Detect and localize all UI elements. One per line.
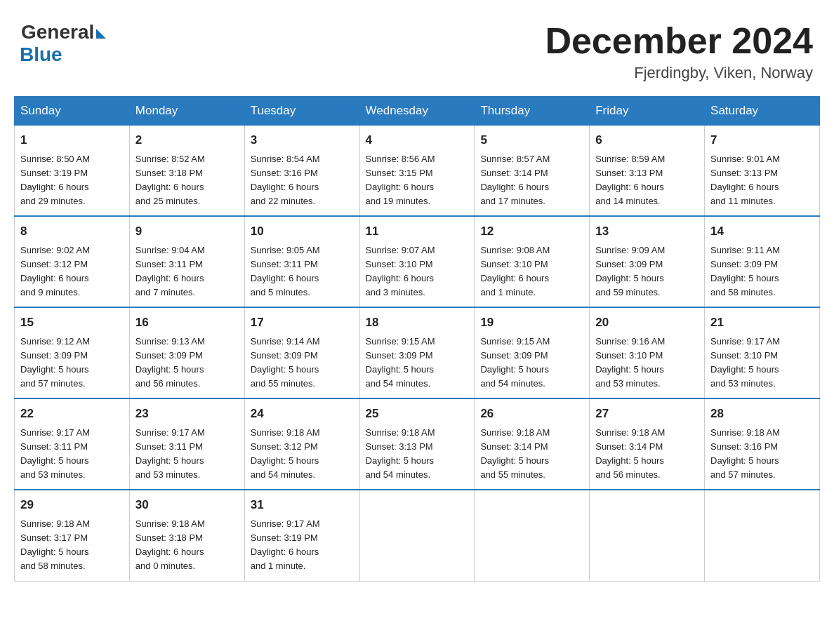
- day-number: 23: [135, 405, 239, 423]
- weekday-header-saturday: Saturday: [705, 97, 820, 126]
- day-info: Sunrise: 9:17 AMSunset: 3:19 PMDaylight:…: [251, 517, 354, 574]
- weekday-header-thursday: Thursday: [475, 97, 590, 126]
- calendar-cell: 23Sunrise: 9:17 AMSunset: 3:11 PMDayligh…: [129, 398, 244, 490]
- calendar-cell: 24Sunrise: 9:18 AMSunset: 3:12 PMDayligh…: [244, 398, 359, 490]
- day-info: Sunrise: 9:18 AMSunset: 3:17 PMDaylight:…: [20, 517, 124, 574]
- logo: General Blue: [21, 21, 106, 66]
- day-info: Sunrise: 9:12 AMSunset: 3:09 PMDaylight:…: [20, 335, 124, 391]
- logo-general-text: General: [21, 21, 94, 43]
- calendar-cell: 3Sunrise: 8:54 AMSunset: 3:16 PMDaylight…: [244, 126, 359, 217]
- day-info: Sunrise: 9:08 AMSunset: 3:10 PMDaylight:…: [480, 243, 583, 300]
- calendar-cell: 31Sunrise: 9:17 AMSunset: 3:19 PMDayligh…: [244, 490, 359, 581]
- day-number: 19: [480, 314, 583, 332]
- day-info: Sunrise: 9:04 AMSunset: 3:11 PMDaylight:…: [135, 243, 239, 300]
- day-number: 28: [710, 405, 814, 423]
- calendar-cell: 16Sunrise: 9:13 AMSunset: 3:09 PMDayligh…: [129, 307, 244, 398]
- calendar-cell: 27Sunrise: 9:18 AMSunset: 3:14 PMDayligh…: [590, 398, 705, 490]
- day-number: 29: [20, 496, 124, 514]
- month-title: December 2024: [545, 21, 813, 61]
- calendar-cell: 8Sunrise: 9:02 AMSunset: 3:12 PMDaylight…: [15, 216, 130, 307]
- day-number: 30: [135, 496, 239, 514]
- weekday-header-sunday: Sunday: [15, 97, 130, 126]
- day-info: Sunrise: 9:18 AMSunset: 3:18 PMDaylight:…: [135, 517, 239, 574]
- weekday-header-row: SundayMondayTuesdayWednesdayThursdayFrid…: [15, 97, 820, 126]
- weekday-header-friday: Friday: [590, 97, 705, 126]
- calendar-cell: 29Sunrise: 9:18 AMSunset: 3:17 PMDayligh…: [15, 490, 130, 581]
- day-number: 24: [251, 405, 354, 423]
- calendar-cell: 10Sunrise: 9:05 AMSunset: 3:11 PMDayligh…: [244, 216, 359, 307]
- day-number: 5: [480, 131, 583, 149]
- day-info: Sunrise: 8:59 AMSunset: 3:13 PMDaylight:…: [595, 152, 699, 209]
- logo-triangle-icon: [96, 29, 106, 39]
- day-number: 20: [595, 314, 699, 332]
- day-info: Sunrise: 9:18 AMSunset: 3:13 PMDaylight:…: [366, 426, 469, 483]
- day-number: 25: [366, 405, 469, 423]
- day-info: Sunrise: 9:18 AMSunset: 3:16 PMDaylight:…: [710, 426, 814, 483]
- day-number: 1: [20, 131, 124, 149]
- day-info: Sunrise: 8:56 AMSunset: 3:15 PMDaylight:…: [366, 152, 469, 209]
- calendar-cell: 5Sunrise: 8:57 AMSunset: 3:14 PMDaylight…: [475, 126, 590, 217]
- logo-blue-text: Blue: [20, 43, 106, 66]
- calendar-cell: 13Sunrise: 9:09 AMSunset: 3:09 PMDayligh…: [590, 216, 705, 307]
- day-info: Sunrise: 9:01 AMSunset: 3:13 PMDaylight:…: [710, 152, 814, 209]
- day-info: Sunrise: 9:16 AMSunset: 3:10 PMDaylight:…: [595, 335, 699, 391]
- calendar-cell: 11Sunrise: 9:07 AMSunset: 3:10 PMDayligh…: [359, 216, 475, 307]
- day-number: 27: [595, 405, 699, 423]
- calendar-cell: [590, 490, 705, 581]
- day-number: 21: [710, 314, 814, 332]
- calendar-cell: 18Sunrise: 9:15 AMSunset: 3:09 PMDayligh…: [359, 307, 475, 398]
- calendar-cell: 21Sunrise: 9:17 AMSunset: 3:10 PMDayligh…: [705, 307, 820, 398]
- calendar-cell: 6Sunrise: 8:59 AMSunset: 3:13 PMDaylight…: [590, 126, 705, 217]
- day-info: Sunrise: 9:07 AMSunset: 3:10 PMDaylight:…: [366, 243, 469, 300]
- day-info: Sunrise: 9:18 AMSunset: 3:14 PMDaylight:…: [480, 426, 583, 483]
- day-number: 14: [710, 222, 814, 241]
- day-info: Sunrise: 9:14 AMSunset: 3:09 PMDaylight:…: [251, 335, 354, 391]
- weekday-header-monday: Monday: [129, 97, 244, 126]
- calendar-cell: [705, 490, 820, 581]
- calendar-cell: 17Sunrise: 9:14 AMSunset: 3:09 PMDayligh…: [244, 307, 359, 398]
- day-number: 6: [595, 131, 699, 149]
- calendar-cell: [359, 490, 475, 581]
- day-info: Sunrise: 9:17 AMSunset: 3:10 PMDaylight:…: [710, 335, 814, 391]
- day-info: Sunrise: 8:52 AMSunset: 3:18 PMDaylight:…: [135, 152, 239, 209]
- calendar-cell: 20Sunrise: 9:16 AMSunset: 3:10 PMDayligh…: [590, 307, 705, 398]
- day-number: 17: [251, 314, 354, 332]
- day-number: 3: [251, 131, 354, 149]
- day-info: Sunrise: 9:18 AMSunset: 3:12 PMDaylight:…: [251, 426, 354, 483]
- weekday-header-wednesday: Wednesday: [359, 97, 475, 126]
- calendar-cell: [475, 490, 590, 581]
- day-number: 4: [366, 131, 469, 149]
- day-info: Sunrise: 9:13 AMSunset: 3:09 PMDaylight:…: [135, 335, 239, 391]
- day-number: 9: [135, 222, 239, 241]
- day-info: Sunrise: 9:17 AMSunset: 3:11 PMDaylight:…: [20, 426, 124, 483]
- day-number: 18: [366, 314, 469, 332]
- week-row-5: 29Sunrise: 9:18 AMSunset: 3:17 PMDayligh…: [15, 490, 820, 581]
- day-number: 16: [135, 314, 239, 332]
- day-number: 11: [366, 222, 469, 241]
- calendar-cell: 1Sunrise: 8:50 AMSunset: 3:19 PMDaylight…: [15, 126, 130, 217]
- calendar-cell: 28Sunrise: 9:18 AMSunset: 3:16 PMDayligh…: [705, 398, 820, 490]
- day-number: 8: [20, 222, 124, 241]
- day-info: Sunrise: 9:15 AMSunset: 3:09 PMDaylight:…: [366, 335, 469, 391]
- day-info: Sunrise: 9:11 AMSunset: 3:09 PMDaylight:…: [710, 243, 814, 300]
- day-number: 7: [710, 131, 814, 149]
- day-info: Sunrise: 9:05 AMSunset: 3:11 PMDaylight:…: [251, 243, 354, 300]
- calendar-cell: 4Sunrise: 8:56 AMSunset: 3:15 PMDaylight…: [359, 126, 475, 217]
- day-info: Sunrise: 8:50 AMSunset: 3:19 PMDaylight:…: [20, 152, 124, 209]
- day-number: 2: [135, 131, 239, 149]
- day-number: 10: [251, 222, 354, 241]
- day-info: Sunrise: 9:17 AMSunset: 3:11 PMDaylight:…: [135, 426, 239, 483]
- day-info: Sunrise: 9:02 AMSunset: 3:12 PMDaylight:…: [20, 243, 124, 300]
- day-info: Sunrise: 9:15 AMSunset: 3:09 PMDaylight:…: [480, 335, 583, 391]
- week-row-3: 15Sunrise: 9:12 AMSunset: 3:09 PMDayligh…: [15, 307, 820, 398]
- calendar-cell: 14Sunrise: 9:11 AMSunset: 3:09 PMDayligh…: [705, 216, 820, 307]
- weekday-header-tuesday: Tuesday: [244, 97, 359, 126]
- week-row-4: 22Sunrise: 9:17 AMSunset: 3:11 PMDayligh…: [15, 398, 820, 490]
- day-info: Sunrise: 8:57 AMSunset: 3:14 PMDaylight:…: [480, 152, 583, 209]
- calendar-cell: 15Sunrise: 9:12 AMSunset: 3:09 PMDayligh…: [15, 307, 130, 398]
- header: General Blue December 2024 Fjerdingby, V…: [14, 14, 820, 82]
- calendar-table: SundayMondayTuesdayWednesdayThursdayFrid…: [14, 96, 820, 581]
- calendar-cell: 7Sunrise: 9:01 AMSunset: 3:13 PMDaylight…: [705, 126, 820, 217]
- day-number: 31: [251, 496, 354, 514]
- calendar-cell: 26Sunrise: 9:18 AMSunset: 3:14 PMDayligh…: [475, 398, 590, 490]
